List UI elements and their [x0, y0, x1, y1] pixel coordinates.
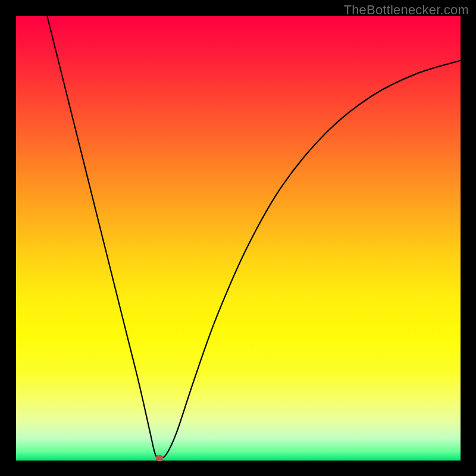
bottleneck-curve [16, 16, 461, 461]
plot-area [16, 16, 461, 461]
optimal-point-marker [155, 455, 163, 461]
chart-frame: TheBottlenecker.com [0, 0, 476, 476]
